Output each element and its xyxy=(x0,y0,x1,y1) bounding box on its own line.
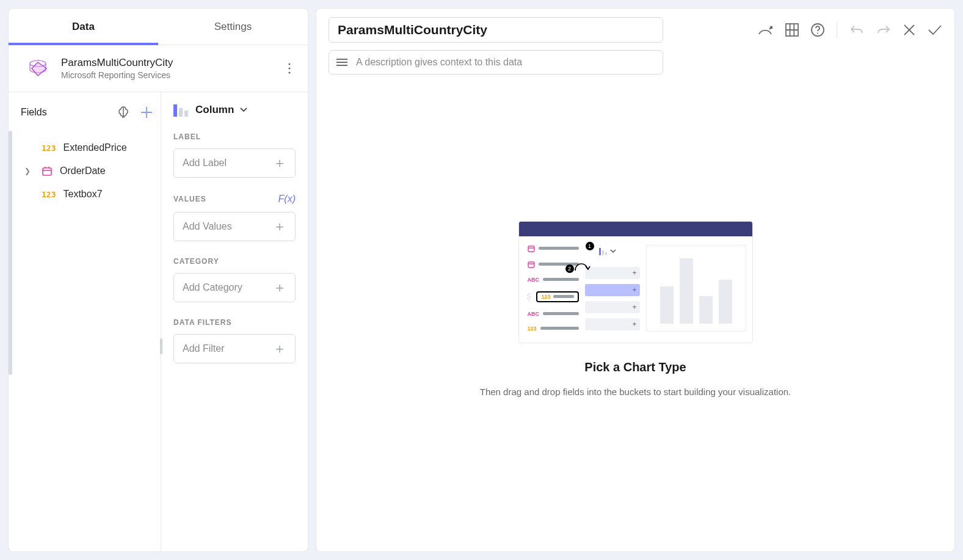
bucket-title-category: CATEGORY xyxy=(173,257,296,266)
category-dropzone[interactable]: Add Category ＋ xyxy=(173,273,296,302)
dropzone-placeholder: Add Filter xyxy=(183,343,224,354)
brain-icon[interactable] xyxy=(114,103,133,122)
empty-state-title: Pick a Chart Type xyxy=(584,360,686,374)
field-item[interactable]: ❯ OrderDate xyxy=(21,159,156,183)
svg-rect-28 xyxy=(599,248,601,255)
expand-icon[interactable]: ❯ xyxy=(24,167,34,175)
svg-point-21 xyxy=(817,33,818,34)
buckets-column: Column LABEL Add Label ＋ VALUES F(x) Add… xyxy=(161,92,308,551)
field-label: Textbox7 xyxy=(63,189,152,200)
empty-state: ABC 123 ABC 123 1 xyxy=(329,75,942,543)
help-icon[interactable] xyxy=(811,23,824,37)
tab-settings[interactable]: Settings xyxy=(158,9,308,45)
number-type-icon: 123 xyxy=(42,190,56,199)
confirm-button[interactable] xyxy=(928,24,942,35)
description-icon xyxy=(336,59,347,66)
plus-icon: ＋ xyxy=(273,154,286,172)
toolbar-divider xyxy=(837,21,837,38)
plus-icon: ＋ xyxy=(273,217,286,236)
left-columns: Fields 123 ExtendedPri xyxy=(9,92,308,551)
field-label: ExtendedPrice xyxy=(63,142,152,153)
datasource-subtitle: Microsoft Reporting Services xyxy=(61,70,274,80)
undo-button[interactable] xyxy=(849,24,864,36)
svg-point-2 xyxy=(288,67,290,69)
svg-rect-11 xyxy=(173,104,177,117)
tab-settings-label: Settings xyxy=(214,21,252,33)
close-button[interactable] xyxy=(903,24,915,36)
add-field-button[interactable] xyxy=(137,103,156,122)
redo-button[interactable] xyxy=(876,24,891,36)
svg-rect-13 xyxy=(184,111,188,117)
plus-icon: ＋ xyxy=(273,278,286,297)
dropzone-placeholder: Add Category xyxy=(183,282,242,293)
datasource-name: ParamsMultiCountryCity xyxy=(61,57,274,69)
fields-column: Fields 123 ExtendedPri xyxy=(9,92,161,551)
tab-data[interactable]: Data xyxy=(9,9,158,45)
column-resize-grip[interactable] xyxy=(160,338,162,354)
description-placeholder: A description gives context to this data xyxy=(356,57,522,68)
empty-state-illustration: ABC 123 ABC 123 1 xyxy=(518,221,753,343)
date-type-icon xyxy=(42,165,53,176)
bucket-title-label: LABEL xyxy=(173,133,296,141)
chevron-down-icon xyxy=(240,107,247,112)
editor-left-panel: Data Settings ParamsMultiCountryCity Mic… xyxy=(9,9,308,551)
bucket-title-values: VALUES xyxy=(173,195,206,203)
fx-button[interactable]: F(x) xyxy=(278,194,296,205)
chart-type-selector[interactable]: Column xyxy=(173,103,296,117)
svg-rect-7 xyxy=(43,168,51,175)
values-dropzone[interactable]: Add Values ＋ xyxy=(173,212,296,241)
editor-header xyxy=(329,17,942,43)
tab-data-label: Data xyxy=(72,21,95,33)
empty-state-subtitle: Then drag and drop fields into the bucke… xyxy=(480,387,791,397)
svg-rect-30 xyxy=(605,252,607,255)
datasource-header: ParamsMultiCountryCity Microsoft Reporti… xyxy=(9,45,308,92)
svg-line-15 xyxy=(769,27,771,29)
field-item[interactable]: 123 Textbox7 xyxy=(21,183,156,206)
svg-rect-12 xyxy=(179,108,183,117)
dropzone-placeholder: Add Label xyxy=(183,158,227,169)
chart-type-label: Column xyxy=(195,104,234,116)
gauge-icon[interactable] xyxy=(757,23,773,37)
datasource-icon xyxy=(26,56,50,81)
svg-rect-24 xyxy=(528,246,534,252)
svg-rect-29 xyxy=(602,250,604,255)
datasource-menu-button[interactable] xyxy=(285,59,294,78)
left-tabs: Data Settings xyxy=(9,9,308,45)
bucket-title-filters: DATA FILTERS xyxy=(173,318,296,327)
number-type-icon: 123 xyxy=(42,144,56,153)
editor-toolbar xyxy=(757,21,942,38)
fields-title: Fields xyxy=(21,107,47,118)
svg-point-3 xyxy=(288,71,290,73)
column-chart-icon xyxy=(173,103,189,117)
svg-rect-26 xyxy=(528,262,534,267)
field-label: OrderDate xyxy=(60,165,152,176)
label-dropzone[interactable]: Add Label ＋ xyxy=(173,148,296,178)
dropzone-placeholder: Add Values xyxy=(183,221,232,232)
filters-dropzone[interactable]: Add Filter ＋ xyxy=(173,334,296,363)
svg-point-1 xyxy=(288,63,290,65)
plus-icon: ＋ xyxy=(273,340,286,358)
field-item[interactable]: 123 ExtendedPrice xyxy=(21,136,156,159)
description-input[interactable]: A description gives context to this data xyxy=(329,50,663,75)
visualization-title-input[interactable] xyxy=(329,17,663,43)
editor-right-panel: A description gives context to this data… xyxy=(316,9,954,551)
grid-icon[interactable] xyxy=(785,23,799,37)
